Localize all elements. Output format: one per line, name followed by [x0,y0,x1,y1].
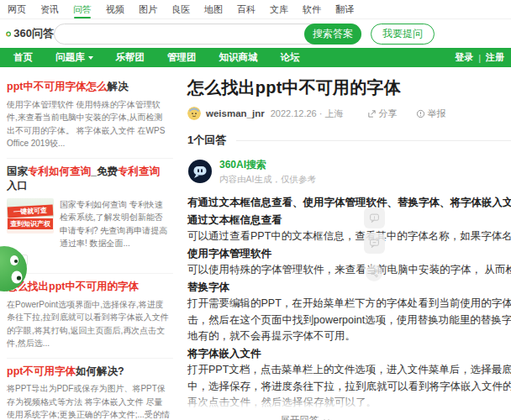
answer-lead: 有通过文本框信息查看、使用字体管理软件、替换字体、将字体嵌入文件等方法。 [187,195,511,212]
360-ring-icon [6,27,11,41]
search-answers-button[interactable]: 搜索答案 [304,24,361,45]
report-button[interactable]: 举报 [416,108,446,120]
title-text: 入口 [7,180,28,192]
title-text: 国家 [7,165,28,177]
topnav-item-translate[interactable]: 翻译 [335,0,354,19]
section-heading: 通过文本框信息查看 [187,213,511,229]
chevron-down-icon [88,56,93,60]
ai-source-name[interactable]: 360AI搜索 [219,159,316,171]
title-text: _免费 [91,165,118,177]
result-snippet: 将PPT导出为PDF或保存为图片、将PPT保存为视频格式等方法 将字体嵌入文件 … [7,382,170,420]
result-title-link[interactable]: ppt中不可用字体怎么解决 [7,80,170,94]
topnav-item-software[interactable]: 软件 [303,0,321,19]
section-body: 可以通过查看PPT中的文本框信息，查看其中的字体名称，如果字体名称不可用，则说明… [187,228,511,245]
green-mascot-icon [0,243,32,295]
title-highlight: ppt不可用字体 [7,365,76,377]
login-link[interactable]: 登录 [455,51,473,64]
section-body: 可以使用特殊的字体管理软件，来查看当前电脑中安装的字体， 从而检测出不可用的字体… [187,262,511,279]
chevron-down-icon [323,417,330,420]
topnav-item-map[interactable]: 地图 [204,0,223,19]
question-meta: weisman_jnr 2022.12.26 · 上海 分享 举报 [187,107,511,120]
topnav-item-wenku[interactable]: 文库 [270,0,288,19]
result-snippet: 在PowerPoint选项界面中,选择保存,将进度条往下拉,拉到底就可以看到将字… [7,298,170,350]
share-icon [367,109,377,118]
related-result-4: ppt不可用字体如何解决? 将PPT导出为PDF或保存为图片、将PPT保存为视频… [7,359,173,420]
expand-answer-button[interactable]: 展开回答 [187,413,423,420]
topnav-item-doctor[interactable]: 良医 [171,0,190,19]
title-text: 解决 [107,81,128,92]
author-name[interactable]: weisman_jnr [206,108,265,118]
header: 360问答 搜索答案 我要提问 [0,19,511,48]
section-heading: 使用字体管理软件 [187,246,511,263]
report-icon [416,109,425,118]
section-heading: 将字体嵌入文件 [187,346,511,363]
nav-item-question-bank[interactable]: 问题库 [55,48,93,67]
search-input[interactable] [55,24,304,44]
title-text: 如何解决? [76,365,124,377]
title-highlight: ppt中不可用字体怎么 [7,81,107,92]
topnav-item-image[interactable]: 图片 [139,0,157,19]
nav-item-forum[interactable]: 论坛 [281,48,300,67]
ad-thumbnail[interactable]: 一键就可查 查到知识产权 [7,198,54,234]
speech-bubble-minus-icon [369,238,380,249]
logo-360wenda[interactable]: 360问答 [6,26,54,41]
topnav-item-video[interactable]: 视频 [106,0,124,19]
topnav-item-wenda[interactable]: 问答 [73,0,92,19]
assistant-mascot-widget[interactable] [0,243,32,298]
comment-bubble-button[interactable] [364,233,385,254]
login-register-divider: | [478,53,481,63]
title-highlight: 专利查询 [118,165,160,177]
nav-item-management[interactable]: 管理团 [167,48,197,67]
topnav-item-baike[interactable]: 百科 [237,0,256,19]
answer-count: 1个回答 [187,133,226,148]
register-link[interactable]: 注册 [486,51,504,64]
result-title-link[interactable]: 国家专利如何查询_免费专利查询入口 [7,165,170,193]
share-nodes-button[interactable] [366,265,382,281]
divider-line [236,140,511,141]
nav-item-home[interactable]: 首页 [13,48,33,67]
question-main: 怎么找出ppt中不可用的字体 weisman_jnr 2022.12.26 · … [173,74,511,420]
title-highlight: 专利如何查询 [28,165,91,177]
result-title-link[interactable]: ppt不可用字体如何解决? [7,365,170,379]
nav-item-knowledge-mall[interactable]: 知识商城 [219,48,258,67]
result-snippet: 使用字体管理软件 使用特殊的字体管理软件,来查看当前电脑中安装的字体,从而检测出… [7,98,170,150]
question-title: 怎么找出ppt中不可用的字体 [187,76,511,99]
collapsed-section: 打开PPT文档，点击菜单栏上的文件选项，进入文件菜单后，选择最底下的选项，在Po… [187,362,511,412]
share-nodes-icon [370,269,379,278]
ai-answer-header: 360AI搜索 内容由AI生成，仅供参考 [187,159,511,186]
ai-disclaimer: 内容由AI生成，仅供参考 [219,174,316,186]
page-content: ppt中不可用字体怎么解决 使用字体管理软件 使用特殊的字体管理软件,来查看当前… [0,67,511,420]
floating-toolbar [364,207,385,281]
360ai-logo-icon [187,159,213,184]
nav-item-lebangtuan[interactable]: 乐帮团 [116,48,145,67]
ad-thumb-text: 一键就可查 [8,204,54,218]
section-heading: 替换字体 [187,280,511,297]
question-date-location: 2022.12.26 · 上海 [271,108,344,120]
main-nav: 首页 问题库 乐帮团 管理团 知识商城 论坛 登录 | 注册 [0,48,511,67]
avatar [187,107,201,120]
fade-overlay [187,393,511,412]
topnav-item-web[interactable]: 网页 [8,0,26,19]
feedback-bubble-button[interactable] [364,207,385,228]
ad-thumb-text: 查到知识产权 [8,218,53,229]
related-result-1: ppt中不可用字体怎么解决 使用字体管理软件 使用特殊的字体管理软件,来查看当前… [7,74,173,159]
section-body: 打开需要编辑的PPT，在开始菜单栏下方的字体处看到当前使用的字体，找到左上方的o… [187,296,511,345]
speech-bubble-icon [369,213,380,223]
answer-count-header: 1个回答 [187,133,511,148]
ask-question-button[interactable]: 我要提问 [371,24,435,45]
top-nav: 网页 资讯 问答 视频 图片 良医 地图 百科 文库 软件 翻译 [0,0,511,19]
share-button[interactable]: 分享 [367,108,398,120]
logo-text: 360问答 [13,26,54,41]
result-snippet: 国家专利如何查询 专利快速检索系统,了解发明创新能否申请专利? 先查询再申请提高… [60,198,170,250]
answer-body: 有通过文本框信息查看、使用字体管理软件、替换字体、将字体嵌入文件等方法。 通过文… [187,195,511,420]
search-bar: 搜索答案 [54,24,361,45]
topnav-item-news[interactable]: 资讯 [40,0,59,19]
